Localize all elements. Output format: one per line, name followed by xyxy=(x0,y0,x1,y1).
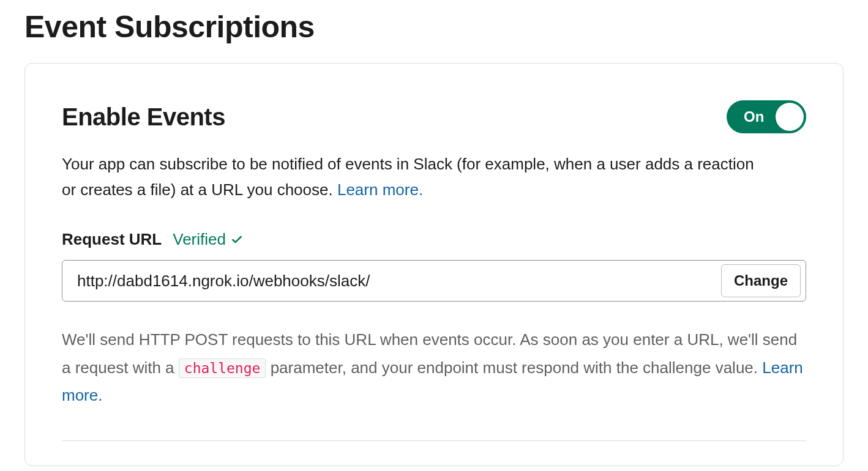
section-divider xyxy=(62,440,806,441)
card-header-row: Enable Events On xyxy=(62,100,806,133)
verified-status: Verified xyxy=(173,230,243,249)
request-url-help-text: We'll send HTTP POST requests to this UR… xyxy=(62,326,806,410)
help-text-part2: parameter, and your endpoint must respon… xyxy=(266,358,762,377)
toggle-knob xyxy=(776,103,804,131)
request-url-label: Request URL xyxy=(62,230,162,249)
request-url-input-wrapper: Change xyxy=(62,260,806,302)
challenge-code: challenge xyxy=(179,358,266,378)
learn-more-link[interactable]: Learn more. xyxy=(337,180,423,199)
enable-events-toggle[interactable]: On xyxy=(727,100,806,133)
enable-events-description: Your app can subscribe to be notified of… xyxy=(62,152,766,202)
request-url-label-row: Request URL Verified xyxy=(62,230,806,249)
change-button[interactable]: Change xyxy=(721,264,801,297)
toggle-state-label: On xyxy=(744,108,764,125)
request-url-input[interactable] xyxy=(77,272,721,291)
verified-text: Verified xyxy=(173,230,226,249)
enable-events-heading: Enable Events xyxy=(62,103,225,131)
check-icon xyxy=(231,234,243,246)
event-subscriptions-card: Enable Events On Your app can subscribe … xyxy=(24,63,844,466)
page-title: Event Subscriptions xyxy=(0,0,868,63)
